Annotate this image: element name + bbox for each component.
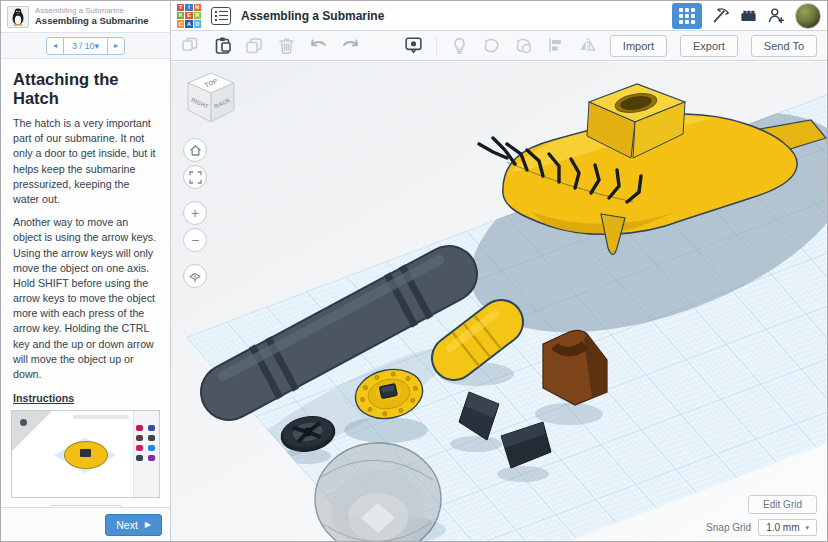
tinkercad-window: Assembling a Submarine Assembling a Subm…	[0, 0, 828, 542]
redo-icon[interactable]	[341, 36, 360, 55]
view-controls: + −	[183, 138, 207, 288]
snap-grid-row: Snap Grid 1.0 mm ▾	[706, 519, 817, 536]
prev-step-button[interactable]: ◂	[47, 38, 63, 54]
app-title: Assembling a Submarine	[241, 9, 384, 23]
lesson-pagination-bar: ◂ 3 / 10▾ ▸	[1, 33, 170, 59]
lesson-list-icon[interactable]	[211, 7, 231, 25]
lesson-content: Attaching the Hatch The hatch is a very …	[1, 59, 170, 507]
ungroup-icon[interactable]	[514, 36, 533, 55]
home-view-button[interactable]	[183, 138, 207, 162]
instructions-tab[interactable]: Instructions	[49, 505, 122, 507]
snap-grid-label: Snap Grid	[706, 522, 751, 533]
3d-scene[interactable]	[171, 62, 827, 541]
import-button[interactable]: Import	[610, 35, 667, 57]
snap-grid-select[interactable]: 1.0 mm ▾	[758, 519, 817, 536]
3d-canvas[interactable]: TOP RIGHT BACK + − E	[171, 62, 827, 541]
lesson-paragraph: The hatch is a very important part of ou…	[13, 116, 158, 207]
project-logo	[7, 6, 29, 28]
project-titles: Assembling a Submarine Assembling a Subm…	[35, 6, 149, 26]
zoom-in-button[interactable]: +	[183, 201, 207, 225]
step-counter-dropdown[interactable]: 3 / 10▾	[63, 38, 108, 54]
mirror-icon[interactable]	[578, 36, 597, 55]
zoom-out-button[interactable]: −	[183, 228, 207, 252]
edit-grid-button[interactable]: Edit Grid	[748, 495, 817, 514]
caret-down-icon: ▾	[95, 41, 100, 51]
perspective-toggle-button[interactable]	[183, 264, 207, 288]
instructions-link[interactable]: Instructions	[13, 392, 74, 404]
editor-toolbar: Import Export Send To	[171, 31, 827, 61]
add-person-icon[interactable]	[767, 6, 786, 25]
header-actions	[672, 3, 823, 29]
fit-view-button[interactable]	[183, 165, 207, 189]
tinkercad-logo[interactable]: T I N K E R C A D	[177, 4, 201, 28]
lesson-title: Attaching the Hatch	[13, 70, 158, 108]
view-cube[interactable]: TOP RIGHT BACK	[183, 70, 239, 128]
thumbnail-shape-swatches	[136, 425, 156, 461]
lesson-panel-header: Assembling a Submarine Assembling a Subm…	[1, 1, 170, 33]
step-pager: ◂ 3 / 10▾ ▸	[46, 37, 125, 55]
brick-icon[interactable]	[739, 6, 758, 25]
minecraft-pickaxe-icon[interactable]	[711, 6, 730, 25]
thumbnail-hatch-knob	[80, 449, 91, 457]
thumbnail-toolbar	[73, 415, 129, 419]
main-area: T I N K E R C A D Assembling a Submarine	[171, 1, 827, 541]
lesson-paragraph: Another way to move an object is using t…	[13, 215, 158, 382]
lesson-panel: Assembling a Submarine Assembling a Subm…	[1, 1, 171, 541]
duplicate-icon[interactable]	[245, 36, 264, 55]
export-button[interactable]: Export	[680, 35, 738, 57]
project-title: Assembling a Submarine	[35, 16, 149, 27]
copy-icon[interactable]	[181, 36, 200, 55]
lesson-thumbnail[interactable]	[11, 410, 160, 498]
penguin-icon	[10, 8, 26, 26]
align-icon[interactable]	[546, 36, 565, 55]
lesson-footer: Next ▶	[1, 507, 170, 541]
undo-icon[interactable]	[309, 36, 328, 55]
delete-icon[interactable]	[277, 36, 296, 55]
hide-lightbulb-icon[interactable]	[450, 36, 469, 55]
thumbnail-workplane-corner	[12, 411, 52, 451]
send-to-button[interactable]: Send To	[751, 35, 817, 57]
avatar[interactable]	[795, 3, 821, 29]
paste-icon[interactable]	[213, 36, 232, 55]
app-header: T I N K E R C A D Assembling a Submarine	[171, 1, 827, 31]
next-step-button[interactable]: ▸	[108, 38, 124, 54]
play-arrow-icon: ▶	[145, 520, 151, 529]
group-icon[interactable]	[482, 36, 501, 55]
show-all-icon[interactable]	[404, 36, 423, 55]
caret-down-icon: ▾	[805, 524, 809, 532]
toolbar-divider	[436, 37, 437, 55]
next-button[interactable]: Next ▶	[105, 514, 162, 536]
dashboard-grid-button[interactable]	[672, 3, 702, 29]
